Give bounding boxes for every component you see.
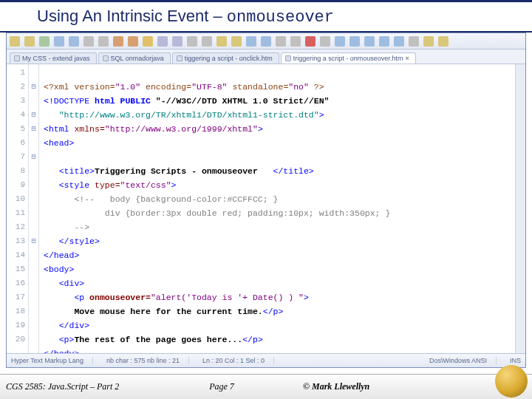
- file-icon: [285, 55, 291, 61]
- code-editor: My CSS - extend javasSQL onmadorjavatigg…: [6, 33, 526, 368]
- toolbar-icon[interactable]: [379, 36, 389, 47]
- status-encoding: Dos\Windows ANSI: [429, 357, 497, 364]
- toolbar-icon[interactable]: [143, 36, 153, 47]
- editor-toolbar: [7, 33, 525, 50]
- toolbar-icon[interactable]: [24, 36, 35, 47]
- toolbar-icon[interactable]: [128, 36, 138, 47]
- toolbar-icon[interactable]: [83, 36, 94, 47]
- editor-tab[interactable]: triggering a script - onmouseover.htm×: [281, 52, 416, 64]
- editor-statusbar: Hyper Text Markup Lang nb char : 575 nb …: [7, 354, 525, 367]
- status-insert-mode: INS: [510, 357, 521, 364]
- editor-tabs: My CSS - extend javasSQL onmadorjavatigg…: [7, 50, 525, 64]
- toolbar-icon[interactable]: [10, 36, 20, 47]
- status-position: Ln : 20 Col : 1 Sel : 0: [202, 357, 274, 364]
- tab-label: My CSS - extend javas: [22, 55, 90, 62]
- slide-footer: CGS 2585: Java.Script – Part 2 Page 7 © …: [0, 374, 532, 399]
- title-prefix: Using An Intrinsic Event –: [37, 7, 227, 25]
- toolbar-icon[interactable]: [349, 36, 360, 47]
- editor-tab[interactable]: SQL onmadorjava: [98, 52, 171, 64]
- toolbar-icon[interactable]: [305, 36, 316, 47]
- toolbar-icon[interactable]: [231, 36, 242, 47]
- toolbar-icon[interactable]: [98, 36, 109, 47]
- toolbar-icon[interactable]: [172, 36, 183, 47]
- toolbar-icon[interactable]: [69, 36, 79, 47]
- university-logo-icon: [495, 365, 528, 398]
- file-icon: [177, 55, 183, 61]
- toolbar-icon[interactable]: [409, 36, 419, 47]
- toolbar-icon[interactable]: [364, 36, 375, 47]
- footer-page: Page 7: [163, 381, 281, 392]
- title-code: onmouseover: [227, 8, 334, 27]
- code-content: <?xml version="1.0" encoding="UTF-8" sta…: [39, 64, 515, 353]
- line-number-gutter: 1234567891011121314151617181920: [7, 64, 29, 353]
- footer-author: © Mark Llewellyn: [281, 381, 532, 392]
- toolbar-icon[interactable]: [246, 36, 256, 47]
- toolbar-icon[interactable]: [216, 36, 227, 47]
- toolbar-icon[interactable]: [113, 36, 123, 47]
- code-area: 1234567891011121314151617181920 ⊟ ⊟⊟ ⊟ ⊟…: [7, 64, 525, 354]
- toolbar-icon[interactable]: [276, 36, 286, 47]
- fold-column: ⊟ ⊟⊟ ⊟ ⊟: [29, 64, 39, 353]
- toolbar-icon[interactable]: [320, 36, 330, 47]
- tab-label: triggering a script - onmouseover.htm: [293, 55, 403, 62]
- toolbar-icon[interactable]: [202, 36, 212, 47]
- close-icon[interactable]: ×: [405, 55, 409, 62]
- editor-tab[interactable]: My CSS - extend javas: [10, 52, 97, 64]
- vertical-scrollbar[interactable]: [515, 64, 525, 353]
- toolbar-icon[interactable]: [157, 36, 168, 47]
- toolbar-icon[interactable]: [261, 36, 271, 47]
- toolbar-icon[interactable]: [290, 36, 301, 47]
- toolbar-icon[interactable]: [394, 36, 404, 47]
- toolbar-icon[interactable]: [39, 36, 50, 47]
- toolbar-icon[interactable]: [423, 36, 434, 47]
- status-language: Hyper Text Markup Lang: [11, 357, 93, 364]
- slide-title: Using An Intrinsic Event – onmouseover: [0, 0, 532, 33]
- file-icon: [103, 55, 109, 61]
- toolbar-icon[interactable]: [54, 36, 64, 47]
- toolbar-icon[interactable]: [335, 36, 345, 47]
- tab-label: SQL onmadorjava: [111, 55, 164, 62]
- tab-label: tiggering a script - onclick.htm: [185, 55, 273, 62]
- toolbar-icon[interactable]: [438, 36, 449, 47]
- toolbar-icon[interactable]: [187, 36, 197, 47]
- editor-tab[interactable]: tiggering a script - onclick.htm: [172, 52, 279, 64]
- file-icon: [14, 55, 20, 61]
- footer-course: CGS 2585: Java.Script – Part 2: [0, 381, 163, 392]
- status-chars: nb char : 575 nb line : 21: [106, 357, 189, 364]
